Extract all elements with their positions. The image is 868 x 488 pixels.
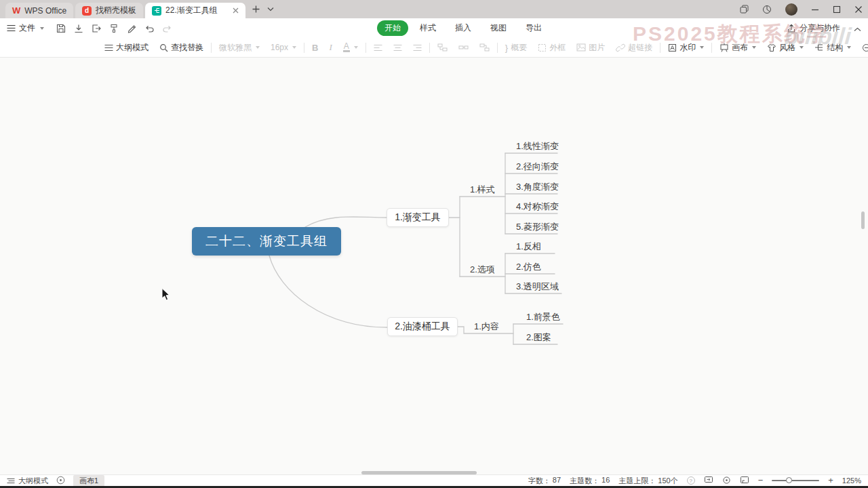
hyperlink-button[interactable]: 超链接	[610, 40, 658, 55]
mindmap-leaf[interactable]: 1.前景色	[526, 311, 560, 323]
outline-mode-toggle[interactable]: 大纲模式	[7, 476, 48, 486]
outer-frame-button[interactable]: 外框	[532, 40, 571, 55]
collapse-ribbon-icon[interactable]	[854, 22, 861, 35]
mindmap-leaf[interactable]: 2.图案	[526, 331, 551, 344]
tab-insert[interactable]: 插入	[448, 20, 479, 36]
format-painter-button[interactable]	[106, 21, 121, 36]
redo-button[interactable]	[159, 21, 174, 36]
fit-window-icon[interactable]	[704, 476, 713, 485]
tab-wps-office[interactable]: W WPS Office	[5, 3, 73, 18]
mindmap-node-paint-bucket[interactable]: 2.油漆桶工具	[387, 317, 458, 336]
presentation-icon[interactable]	[740, 476, 749, 485]
window-tab-bar: W WPS Office d 找稻壳模板 22.渐变工具组	[0, 0, 868, 18]
bold-button[interactable]: B	[307, 40, 323, 55]
tab-mindmap-document[interactable]: 22.渐变工具组	[145, 3, 245, 18]
sibling-topic-icon	[437, 43, 448, 52]
file-menu-button[interactable]: 文件	[7, 22, 44, 34]
chevron-down-icon	[256, 46, 260, 49]
font-size-select[interactable]: 16px	[265, 40, 302, 55]
mindmap-leaf[interactable]: 4.对称渐变	[516, 201, 559, 213]
new-tab-icon[interactable]	[252, 5, 260, 14]
help-icon[interactable]: ?	[687, 476, 695, 485]
file-menu-label: 文件	[19, 22, 35, 34]
style-button[interactable]: 风格	[762, 40, 809, 55]
edit-pencil-button[interactable]	[124, 21, 139, 36]
tab-docer-templates[interactable]: d 找稻壳模板	[75, 3, 143, 18]
zoom-slider[interactable]	[772, 480, 819, 481]
zoom-in-button[interactable]: +	[828, 477, 833, 484]
mindmap-canvas[interactable]: 二十二、渐变工具组 1.渐变工具 2.油漆桶工具 1.样式 1.线性渐变 2.径…	[0, 58, 868, 474]
mindmap-leaf[interactable]: 1.线性渐变	[516, 140, 559, 152]
word-count: 字数：87	[528, 476, 561, 486]
chevron-down-icon	[752, 46, 756, 49]
mindmap-node-content[interactable]: 1.内容	[474, 321, 499, 333]
mindmap-leaf[interactable]: 2.仿色	[516, 261, 541, 273]
child-topic-icon	[458, 43, 469, 52]
find-replace-button[interactable]: 查找替换	[154, 40, 209, 55]
canvas-tab-1[interactable]: 画布1	[73, 475, 104, 487]
chevron-down-icon	[40, 27, 44, 30]
wps-logo-icon: W	[12, 5, 20, 16]
share-collaborate-button[interactable]: 分享与协作	[787, 22, 840, 34]
quick-actions	[54, 21, 174, 36]
tab-tools	[252, 0, 274, 18]
canvas-button[interactable]: 画布	[714, 40, 762, 55]
collapse-topics-button[interactable]: 收起	[856, 40, 868, 55]
mindmap-leaf[interactable]: 3.角度渐变	[516, 181, 559, 193]
mindmap-leaf[interactable]: 5.菱形渐变	[516, 221, 559, 233]
maximize-window-icon[interactable]	[833, 5, 841, 14]
locate-center-icon[interactable]	[722, 476, 731, 486]
topic-count: 主题数：16	[570, 476, 610, 486]
structure-button[interactable]: 结构	[809, 40, 856, 55]
zoom-out-button[interactable]: −	[758, 477, 764, 484]
font-color-button[interactable]: A	[338, 40, 363, 55]
tab-view[interactable]: 视图	[483, 20, 514, 36]
tab-style[interactable]: 样式	[412, 20, 443, 36]
user-avatar[interactable]	[785, 3, 797, 16]
mindmap-node-gradient-tool[interactable]: 1.渐变工具	[387, 208, 449, 227]
align-center-button[interactable]	[388, 40, 408, 55]
mouse-cursor	[161, 288, 172, 304]
tab-list-dropdown-icon[interactable]	[267, 7, 274, 12]
share-label: 分享与协作	[800, 22, 840, 34]
canvas-manager-icon[interactable]	[56, 476, 65, 486]
italic-button[interactable]: I	[323, 40, 337, 55]
output-button[interactable]	[89, 21, 104, 36]
export-download-button[interactable]	[71, 21, 86, 36]
tab-label: WPS Office	[24, 6, 66, 16]
statusbar-left: 大纲模式 画布1	[7, 475, 104, 487]
align-right-button[interactable]	[408, 40, 427, 55]
tab-export[interactable]: 导出	[518, 20, 549, 36]
summary-button[interactable]: } 概要	[500, 40, 532, 55]
watermark-icon	[668, 43, 677, 52]
tab-close-icon[interactable]	[233, 6, 239, 16]
mindmap-leaf[interactable]: 1.反相	[516, 241, 541, 253]
font-family-select[interactable]: 微软雅黑	[214, 40, 265, 55]
tab-label: 22.渐变工具组	[165, 5, 218, 16]
share-icon	[787, 24, 796, 33]
vertical-scrollbar[interactable]	[861, 211, 865, 229]
chevron-down-icon	[800, 46, 804, 49]
layout-mode-icon[interactable]	[740, 5, 749, 14]
undo-button[interactable]	[142, 21, 157, 36]
mindmap-leaf[interactable]: 2.径向渐变	[516, 161, 559, 173]
watermark-button[interactable]: 水印	[663, 40, 709, 55]
picture-button[interactable]: 图片	[571, 40, 610, 55]
theme-skin-icon[interactable]	[762, 5, 772, 14]
outline-mode-button[interactable]: 大纲模式	[99, 40, 154, 55]
mindmap-root-node[interactable]: 二十二、渐变工具组	[192, 227, 341, 256]
insert-sibling-topic-button[interactable]	[432, 40, 453, 55]
style-shirt-icon	[767, 43, 776, 52]
mindmap-node-style[interactable]: 1.样式	[470, 184, 495, 196]
save-button[interactable]	[54, 21, 68, 36]
docer-logo-icon: d	[82, 6, 92, 16]
mindmap-leaf[interactable]: 3.透明区域	[516, 281, 559, 293]
insert-parent-topic-button[interactable]	[474, 40, 495, 55]
zoom-slider-knob[interactable]	[786, 477, 792, 483]
mindmap-node-options[interactable]: 2.选项	[470, 264, 495, 276]
minimize-window-icon[interactable]	[811, 5, 819, 14]
close-window-icon[interactable]	[854, 5, 863, 14]
align-left-button[interactable]	[368, 40, 388, 55]
insert-child-topic-button[interactable]	[453, 40, 474, 55]
tab-home[interactable]: 开始	[377, 20, 408, 36]
